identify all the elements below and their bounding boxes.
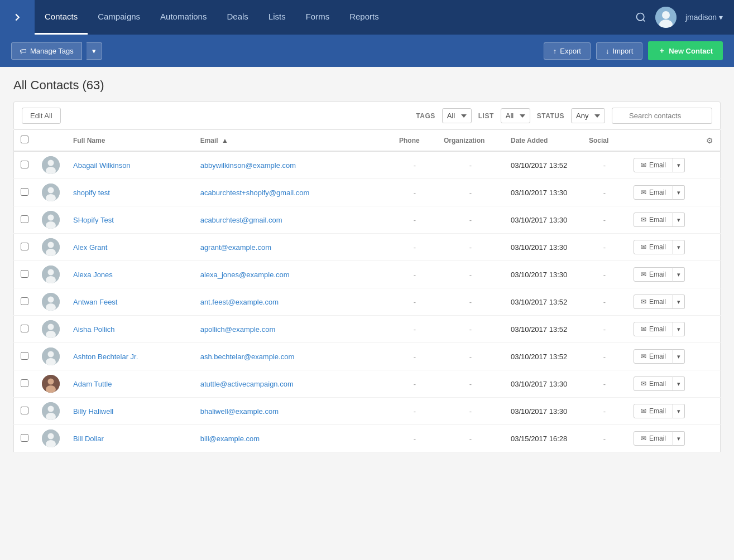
- row-checkbox[interactable]: [21, 270, 28, 278]
- email-action-dropdown-button[interactable]: ▾: [673, 322, 685, 336]
- email-action-dropdown-button[interactable]: ▾: [673, 431, 685, 446]
- contact-email-link[interactable]: bhaliwell@example.com: [200, 407, 279, 416]
- import-icon: ↓: [606, 47, 610, 55]
- select-all-checkbox[interactable]: [21, 136, 28, 143]
- row-avatar-cell: [35, 261, 66, 288]
- contact-name-link[interactable]: Alex Grant: [73, 243, 107, 252]
- row-name-cell: Adam Tuttle: [66, 370, 194, 398]
- th-email[interactable]: Email ▲: [194, 130, 392, 151]
- contact-name-link[interactable]: Bill Dollar: [73, 435, 104, 443]
- nav-toggle-button[interactable]: [0, 0, 35, 35]
- table-settings-button[interactable]: ⚙: [706, 136, 713, 145]
- row-name-cell: Antwan Feest: [66, 288, 194, 316]
- search-contacts-input[interactable]: [612, 108, 712, 124]
- email-action-dropdown-button[interactable]: ▾: [673, 376, 685, 391]
- email-action-button[interactable]: ✉ Email: [634, 267, 673, 282]
- contact-name-link[interactable]: Ashton Bechtelar Jr.: [73, 353, 138, 361]
- avatar: [42, 293, 60, 311]
- nav-link-deals[interactable]: Deals: [217, 0, 258, 35]
- svg-point-36: [48, 433, 54, 440]
- email-action-dropdown-button[interactable]: ▾: [673, 349, 685, 364]
- contact-email-link[interactable]: agrant@example.com: [200, 243, 271, 252]
- contact-email-link[interactable]: acaburchtest+shopify@gmail.com: [200, 189, 310, 197]
- email-action-dropdown-button[interactable]: ▾: [673, 158, 685, 172]
- row-org-cell: -: [437, 261, 504, 288]
- row-checkbox[interactable]: [21, 243, 28, 250]
- contact-name-link[interactable]: Alexa Jones: [73, 271, 113, 279]
- list-filter-select[interactable]: All: [501, 108, 530, 123]
- row-avatar-cell: [35, 179, 66, 206]
- contact-email-link[interactable]: apollich@example.com: [200, 325, 276, 334]
- row-checkbox[interactable]: [21, 434, 28, 442]
- email-action-dropdown-button[interactable]: ▾: [673, 213, 685, 227]
- contact-name-link[interactable]: Aisha Pollich: [73, 325, 114, 334]
- row-org-cell: -: [437, 206, 504, 234]
- row-checkbox[interactable]: [21, 161, 28, 168]
- contact-email-link[interactable]: alexa_jones@example.com: [200, 271, 290, 279]
- row-checkbox[interactable]: [21, 215, 28, 223]
- toolbar-left: 🏷 Manage Tags ▾: [11, 42, 538, 60]
- contact-email-link[interactable]: ash.bechtelar@example.com: [200, 353, 295, 361]
- export-button[interactable]: ↑ Export: [544, 42, 591, 60]
- email-action-button[interactable]: ✉ Email: [634, 322, 673, 336]
- th-full-name[interactable]: Full Name: [66, 130, 194, 151]
- row-phone-cell: -: [392, 398, 437, 425]
- contact-name-link[interactable]: shopify test: [73, 189, 110, 197]
- contact-email-link[interactable]: bill@example.com: [200, 435, 260, 443]
- row-checkbox[interactable]: [21, 352, 28, 360]
- email-action-button[interactable]: ✉ Email: [634, 213, 673, 227]
- email-action-button[interactable]: ✉ Email: [634, 431, 673, 446]
- row-avatar-cell: [35, 316, 66, 343]
- contact-email-link[interactable]: acaburchtest@gmail.com: [200, 216, 282, 224]
- contact-email-link[interactable]: abbywilkinson@example.com: [200, 161, 296, 170]
- avatar: [42, 184, 60, 201]
- nav-link-lists[interactable]: Lists: [258, 0, 296, 35]
- nav-link-reports[interactable]: Reports: [339, 0, 389, 35]
- email-icon: ✉: [641, 380, 646, 388]
- email-action-button[interactable]: ✉ Email: [634, 376, 673, 391]
- contact-name-link[interactable]: Antwan Feest: [73, 298, 118, 306]
- row-checkbox[interactable]: [21, 379, 28, 387]
- row-checkbox[interactable]: [21, 188, 28, 196]
- row-checkbox[interactable]: [21, 407, 28, 414]
- email-action-button[interactable]: ✉ Email: [634, 185, 673, 200]
- avatar: [42, 375, 60, 393]
- email-action-button[interactable]: ✉ Email: [634, 404, 673, 418]
- email-action-dropdown-button[interactable]: ▾: [673, 295, 685, 309]
- row-checkbox[interactable]: [21, 325, 28, 332]
- search-button[interactable]: [635, 12, 646, 23]
- edit-all-button[interactable]: Edit All: [22, 108, 61, 124]
- new-contact-button[interactable]: ＋ New Contact: [648, 41, 723, 60]
- row-checkbox[interactable]: [21, 297, 28, 305]
- contact-email-link[interactable]: ant.feest@example.com: [200, 298, 279, 306]
- manage-tags-button[interactable]: 🏷 Manage Tags: [11, 42, 82, 60]
- row-checkbox-cell: [14, 398, 36, 425]
- email-action-button[interactable]: ✉ Email: [634, 158, 673, 172]
- contact-name-link[interactable]: Abagail Wilkinson: [73, 161, 131, 170]
- email-action-dropdown-button[interactable]: ▾: [673, 240, 685, 254]
- nav-link-forms[interactable]: Forms: [296, 0, 340, 35]
- row-date-cell: 03/10/2017 13:30: [504, 370, 582, 398]
- contact-name-link[interactable]: Adam Tuttle: [73, 380, 112, 388]
- email-action-dropdown-button[interactable]: ▾: [673, 404, 685, 418]
- email-action-button[interactable]: ✉ Email: [634, 295, 673, 309]
- row-name-cell: Alexa Jones: [66, 261, 194, 288]
- email-action-button[interactable]: ✉ Email: [634, 349, 673, 364]
- email-action-dropdown-button[interactable]: ▾: [673, 267, 685, 282]
- contact-email-link[interactable]: atuttle@activecampaign.com: [200, 380, 294, 388]
- contact-name-link[interactable]: Billy Haliwell: [73, 407, 113, 416]
- nav-link-contacts[interactable]: Contacts: [35, 0, 88, 35]
- row-actions-cell: ✉ Email ▾: [627, 316, 699, 343]
- contact-name-link[interactable]: SHopify Test: [73, 216, 114, 224]
- row-checkbox-cell: [14, 425, 36, 452]
- status-filter-select[interactable]: Any: [571, 108, 605, 123]
- user-menu-button[interactable]: jmadison ▾: [685, 13, 723, 22]
- tags-filter-select[interactable]: All: [442, 108, 472, 123]
- email-action-button[interactable]: ✉ Email: [634, 240, 673, 254]
- nav-link-automations[interactable]: Automations: [150, 0, 217, 35]
- manage-tags-dropdown-button[interactable]: ▾: [87, 42, 102, 60]
- email-action-dropdown-button[interactable]: ▾: [673, 185, 685, 200]
- import-button[interactable]: ↓ Import: [596, 42, 642, 60]
- row-name-cell: Aisha Pollich: [66, 316, 194, 343]
- nav-link-campaigns[interactable]: Campaigns: [88, 0, 150, 35]
